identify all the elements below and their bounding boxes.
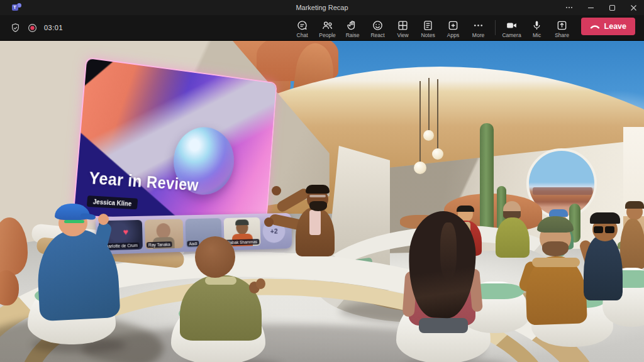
video-strip: ♥ Charlotte de Crum Ray Tanaka Aadi Baba… bbox=[96, 213, 292, 255]
chat-icon bbox=[296, 19, 308, 31]
people-icon bbox=[321, 19, 333, 31]
mic-icon bbox=[531, 19, 543, 31]
react-button[interactable]: React bbox=[365, 18, 391, 38]
mic-button[interactable]: Mic bbox=[525, 18, 550, 38]
lamp-cord bbox=[437, 79, 438, 150]
apps-button[interactable]: Apps bbox=[441, 18, 466, 38]
window-title: Marketing Recap bbox=[0, 4, 644, 11]
leave-button[interactable]: Leave bbox=[581, 18, 635, 35]
lamp-cord bbox=[428, 78, 430, 131]
share-icon bbox=[556, 19, 568, 31]
video-tile-ray[interactable]: Ray Tanaka bbox=[145, 219, 184, 249]
pendant-lamp bbox=[423, 130, 434, 141]
pendant-lamp bbox=[432, 148, 443, 160]
react-smiley-icon bbox=[372, 19, 384, 31]
view-button[interactable]: View bbox=[391, 18, 416, 38]
immersive-scene[interactable]: Year in Review Jessica Kline ♥ Charlotte… bbox=[0, 15, 644, 362]
participant-name-tag: Ray Tanaka bbox=[147, 241, 172, 248]
minimize-icon[interactable] bbox=[580, 0, 601, 15]
cactus-tall bbox=[480, 123, 494, 239]
more-button[interactable]: More bbox=[466, 18, 491, 38]
toolbar-divider bbox=[495, 20, 496, 35]
maximize-icon[interactable] bbox=[601, 0, 623, 15]
view-grid-icon bbox=[397, 19, 409, 31]
lamp-cord bbox=[419, 81, 421, 163]
raise-hand-icon bbox=[347, 19, 358, 31]
close-icon[interactable] bbox=[623, 0, 644, 15]
apps-plus-icon bbox=[447, 19, 459, 31]
people-button[interactable]: People bbox=[315, 18, 340, 38]
chat-button[interactable]: Chat bbox=[290, 18, 315, 38]
share-button[interactable]: Share bbox=[550, 18, 575, 38]
presentation-screen[interactable]: Year in Review Jessica Kline bbox=[74, 58, 276, 224]
title-bar: T Marketing Recap bbox=[0, 0, 644, 15]
teams-window: T Marketing Recap bbox=[0, 0, 644, 362]
more-dots-icon bbox=[472, 19, 484, 31]
notes-icon bbox=[422, 19, 434, 31]
meeting-toolbar: 03:01 Chat People Raise bbox=[0, 15, 644, 41]
video-face bbox=[156, 223, 170, 239]
raise-hand-button[interactable]: Raise bbox=[340, 18, 365, 38]
notes-button[interactable]: Notes bbox=[416, 18, 441, 38]
presenter-name-tag: Jessica Kline bbox=[87, 195, 138, 209]
heart-reaction: ♥ bbox=[123, 227, 128, 238]
hangup-icon bbox=[590, 23, 600, 30]
video-beanie bbox=[235, 219, 248, 225]
pendant-lamp bbox=[414, 162, 426, 174]
meeting-timer: 03:01 bbox=[44, 24, 63, 31]
camera-button[interactable]: Camera bbox=[499, 18, 525, 38]
titlebar-more-icon[interactable] bbox=[558, 0, 580, 15]
camera-icon bbox=[506, 19, 518, 31]
shield-check-icon[interactable] bbox=[10, 23, 21, 33]
recording-indicator-icon[interactable] bbox=[27, 23, 38, 33]
